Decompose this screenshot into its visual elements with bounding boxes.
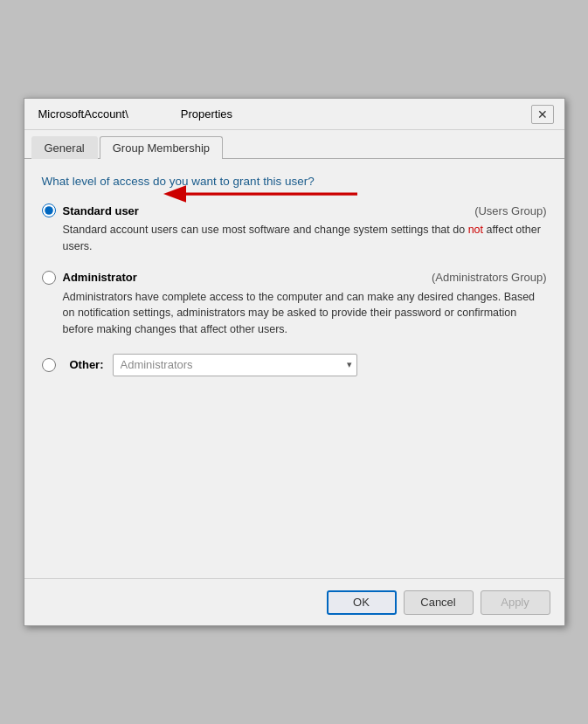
standard-user-label: Standard user <box>63 204 139 217</box>
tabs: General Group Membership <box>24 130 564 159</box>
administrator-group: (Administrators Group) <box>432 271 546 284</box>
administrator-label: Administrator <box>63 271 137 284</box>
other-dropdown-wrapper[interactable]: Administrators Users Guests Power Users … <box>113 354 357 376</box>
radio-standard-user[interactable] <box>42 203 56 217</box>
other-label: Other: <box>70 358 104 371</box>
standard-user-group: (Users Group) <box>474 204 546 217</box>
dialog-title-suffix: Properties <box>181 107 232 121</box>
close-button[interactable]: ✕ <box>531 105 554 124</box>
radio-administrator[interactable] <box>42 271 56 285</box>
administrator-description: Administrators have complete access to t… <box>63 289 547 338</box>
radio-other[interactable] <box>42 358 56 372</box>
standard-user-description: Standard account users can use most soft… <box>63 222 547 255</box>
other-dropdown[interactable]: Administrators Users Guests Power Users <box>113 354 357 376</box>
option-standard-user: Standard user (Users Group) Standard acc… <box>42 203 547 255</box>
cancel-button[interactable]: Cancel <box>404 590 474 615</box>
tab-group-membership[interactable]: Group Membership <box>100 136 223 159</box>
footer: OK Cancel Apply <box>24 578 564 625</box>
option-administrator: Administrator (Administrators Group) Adm… <box>42 271 547 338</box>
title-bar: MicrosoftAccount\ Properties ✕ <box>24 99 564 130</box>
access-question: What level of access do you want to gran… <box>42 175 547 188</box>
dialog-title: MicrosoftAccount\ <box>38 107 128 121</box>
option-other: Other: Administrators Users Guests Power… <box>42 354 547 376</box>
ok-button[interactable]: OK <box>327 590 397 615</box>
tab-general[interactable]: General <box>31 136 98 159</box>
apply-button[interactable]: Apply <box>481 590 550 615</box>
content-area: What level of access do you want to gran… <box>24 159 564 578</box>
